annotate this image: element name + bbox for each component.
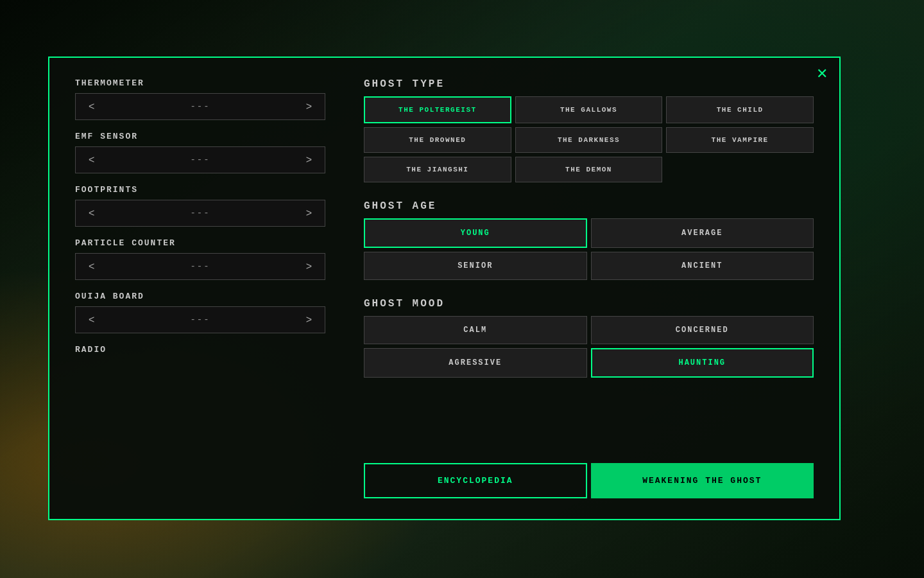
ghost-age-grid: YOUNG AVERAGE SENIOR ANCIENT (364, 218, 814, 280)
ouija-prev[interactable]: < (83, 311, 99, 328)
ouija-next[interactable]: > (301, 311, 317, 328)
ouija-board-label: OUIJA BOARD (75, 292, 325, 301)
particle-counter-section: PARTICLE COUNTER < --- > (75, 238, 325, 280)
ghost-age-title: GHOST AGE (364, 200, 814, 212)
emf-sensor-label: EMF SENSOR (75, 132, 325, 141)
ghost-type-row-1: THE POLTERGEIST THE GALLOWS THE CHILD (364, 96, 814, 123)
ghost-mood-calm[interactable]: CALM (364, 316, 587, 344)
thermometer-control: < --- > (75, 93, 325, 120)
left-column: THERMOMETER < --- > EMF SENSOR < --- > F… (75, 78, 325, 498)
footprints-prev[interactable]: < (83, 205, 99, 222)
ghost-type-child[interactable]: THE CHILD (666, 96, 814, 123)
particle-value: --- (190, 261, 210, 272)
ghost-mood-grid: CALM CONCERNED AGRESSIVE HAUNTING (364, 316, 814, 378)
ghost-type-demon[interactable]: THE DEMON (515, 157, 663, 182)
emf-value: --- (190, 155, 210, 165)
ghost-type-row-3: THE JIANGSHI THE DEMON (364, 157, 814, 182)
ghost-type-poltergeist[interactable]: THE POLTERGEIST (364, 96, 511, 123)
ghost-type-gallows[interactable]: THE GALLOWS (515, 96, 663, 123)
ghost-age-average[interactable]: AVERAGE (591, 218, 814, 248)
emf-sensor-control: < --- > (75, 146, 325, 173)
ouija-board-control: < --- > (75, 306, 325, 333)
ghost-type-row-2: THE DROWNED THE DARKNESS THE VAMPIRE (364, 127, 814, 153)
thermometer-prev[interactable]: < (83, 98, 99, 115)
radio-section: RADIO (75, 345, 325, 355)
thermometer-section: THERMOMETER < --- > (75, 78, 325, 120)
ghost-type-grid: THE POLTERGEIST THE GALLOWS THE CHILD TH… (364, 96, 814, 182)
ghost-type-darkness[interactable]: THE DARKNESS (515, 127, 663, 153)
ghost-mood-haunting[interactable]: HAUNTING (591, 348, 814, 378)
footprints-next[interactable]: > (301, 205, 317, 222)
bottom-buttons: ENCYCLOPEDIA WEAKENING THE GHOST (364, 463, 814, 498)
emf-sensor-section: EMF SENSOR < --- > (75, 132, 325, 173)
emf-next[interactable]: > (301, 152, 317, 168)
ghost-age-young[interactable]: YOUNG (364, 218, 587, 248)
ghost-age-senior[interactable]: SENIOR (364, 252, 587, 280)
weakening-button[interactable]: WEAKENING THE GHOST (591, 463, 814, 498)
footprints-control: < --- > (75, 200, 325, 227)
particle-counter-control: < --- > (75, 253, 325, 280)
footprints-value: --- (190, 208, 210, 218)
thermometer-next[interactable]: > (301, 98, 317, 115)
ghost-age-section: GHOST AGE YOUNG AVERAGE SENIOR ANCIENT (364, 200, 814, 280)
thermometer-value: --- (190, 101, 210, 112)
close-button[interactable]: ✕ (816, 67, 828, 81)
ghost-type-vampire[interactable]: THE VAMPIRE (666, 127, 814, 153)
ghost-type-section: GHOST TYPE THE POLTERGEIST THE GALLOWS T… (364, 78, 814, 182)
main-modal: ✕ THERMOMETER < --- > EMF SENSOR < --- > (48, 57, 841, 520)
right-column: GHOST TYPE THE POLTERGEIST THE GALLOWS T… (364, 78, 814, 498)
ghost-type-jiangshi[interactable]: THE JIANGSHI (364, 157, 511, 182)
emf-prev[interactable]: < (83, 152, 99, 168)
thermometer-label: THERMOMETER (75, 78, 325, 88)
particle-prev[interactable]: < (83, 258, 99, 275)
ghost-age-ancient[interactable]: ANCIENT (591, 252, 814, 280)
ouija-value: --- (190, 315, 210, 325)
ghost-mood-section: GHOST MOOD CALM CONCERNED AGRESSIVE HAUN… (364, 298, 814, 378)
ghost-mood-agressive[interactable]: AGRESSIVE (364, 348, 587, 378)
particle-next[interactable]: > (301, 258, 317, 275)
footprints-label: FOOTPRINTS (75, 185, 325, 195)
footprints-section: FOOTPRINTS < --- > (75, 185, 325, 227)
radio-label: RADIO (75, 345, 325, 355)
particle-counter-label: PARTICLE COUNTER (75, 238, 325, 248)
encyclopedia-button[interactable]: ENCYCLOPEDIA (364, 463, 587, 498)
ghost-mood-concerned[interactable]: CONCERNED (591, 316, 814, 344)
ouija-board-section: OUIJA BOARD < --- > (75, 292, 325, 333)
ghost-type-drowned[interactable]: THE DROWNED (364, 127, 511, 153)
ghost-type-title: GHOST TYPE (364, 78, 814, 90)
ghost-mood-title: GHOST MOOD (364, 298, 814, 310)
